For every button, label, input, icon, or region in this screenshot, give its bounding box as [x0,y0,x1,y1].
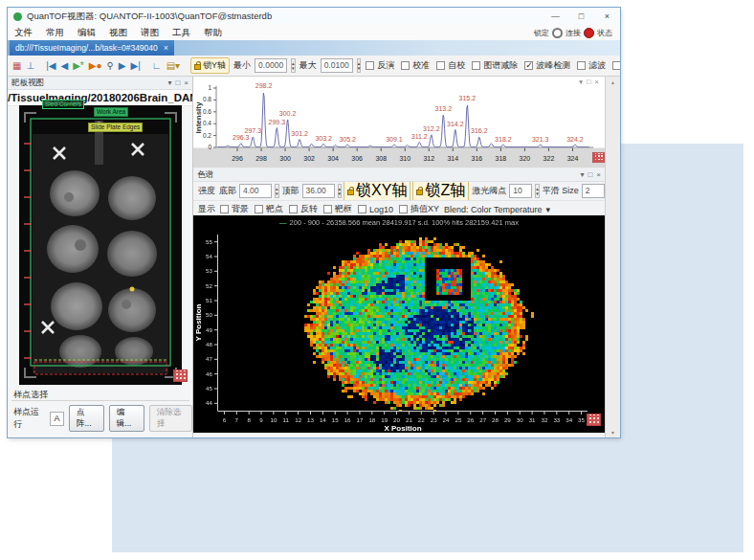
min-spinner[interactable]: ▴▾ [291,58,296,73]
cm1-field-8[interactable]: 10 [509,184,532,198]
checkbox-label: 靶框 [335,203,352,215]
panel-menu-button[interactable]: ▾ [167,78,171,87]
heatmap-corner-icon[interactable] [587,414,601,426]
panel-menu-button[interactable]: ▾ [579,78,583,86]
menu-item-2[interactable]: 编辑 [71,27,102,39]
toolbar-checkbox-5[interactable]: 滤波 [577,59,606,72]
nav-prev-icon[interactable]: ◀ [59,60,69,72]
cm1-field-4[interactable]: 36.00 [302,184,335,198]
spectrum-panel: ▾ □ × 10.80.60.40.20Intensity29629830030… [193,77,605,168]
panel-float-button[interactable]: □ [587,78,591,86]
lock-y-axis-toggle[interactable]: 锁Y轴 [190,57,230,74]
svg-text:23: 23 [431,416,437,423]
cm1-spinner-2[interactable]: ▴▾ [275,184,279,198]
panel-float-button[interactable]: □ [175,78,180,87]
cm1-field-10[interactable]: 2 [582,184,605,198]
svg-text:21: 21 [406,416,412,423]
scroll-up-icon[interactable]: ▴ [606,78,620,85]
minimize-button[interactable]: — [543,8,568,25]
tab-close-icon[interactable]: × [164,43,168,53]
cm1-spinner-8[interactable]: ▴▾ [535,184,540,198]
maximize-button[interactable]: □ [568,8,594,25]
sample-button-1[interactable]: 编辑... [109,405,144,432]
cm1-field-2[interactable]: 4.00 [239,184,272,198]
play-record-icon[interactable]: ▶● [88,60,103,72]
checkbox-icon [358,205,366,213]
spin-down-icon[interactable]: ▾ [536,191,539,196]
document-tab[interactable]: db:///TissueImaging/...b/task=0#349040 × [10,40,174,56]
toolbar-checkbox-3[interactable]: 图谱减除 [472,59,518,72]
toolbar-checkbox-2[interactable]: 自校 [436,59,465,72]
close-button[interactable]: × [594,8,620,25]
checkbox-icon [472,61,480,70]
play-icon[interactable]: ▶ [118,60,127,72]
menu-item-1[interactable]: 常用 [39,27,71,39]
cm1-spinner-4[interactable]: ▴▾ [338,184,343,198]
menu-item-3[interactable]: 视图 [102,27,134,39]
orientation-icon[interactable]: ⊥ [25,60,35,72]
toolbar-checkbox-1[interactable]: 校准 [401,59,430,72]
panel-menu-button[interactable]: ▾ [580,170,584,179]
cm2-checkbox-3[interactable]: 反转 [289,203,318,215]
target-plate-panel: 靶板视图 ▾ □ × /TissueImaging/20180206Brain_… [8,77,193,437]
menu-item-4[interactable]: 谱图 [134,27,166,39]
toolbar-checkbox-6[interactable]: 基线校正 [612,59,620,72]
spin-down-icon[interactable]: ▾ [358,66,361,71]
cm2-checkbox-1[interactable]: 背景 [220,203,249,215]
svg-text:303.2: 303.2 [315,135,332,142]
checkbox-icon [577,61,586,70]
play-skip-icon[interactable]: ▶* [72,60,85,72]
nav-first-icon[interactable]: |◀ [45,60,56,72]
spin-down-icon[interactable]: ▾ [276,191,278,196]
cm2-checkbox-2[interactable]: 靶点 [255,203,283,215]
panel-close-button[interactable]: × [596,170,601,179]
search-icon[interactable]: ⚲ [106,60,115,72]
panel-close-button[interactable]: × [595,78,599,86]
toolbar-checkbox-0[interactable]: 反演 [366,59,394,72]
panel-close-button[interactable]: × [184,78,188,87]
svg-text:309.1: 309.1 [386,136,403,143]
work-area-label: Work Area [94,107,128,117]
min-value-field[interactable]: 0.0000 [255,58,287,73]
max-value-field[interactable]: 0.0100 [321,58,353,73]
blend-dropdown-caret-icon[interactable]: ▾ [545,205,550,214]
checkbox-label: 校准 [412,59,430,72]
cm2-checkbox-4[interactable]: 靶框 [323,203,352,215]
menu-item-0[interactable]: 文件 [8,27,39,39]
sample-button-0[interactable]: 点阵... [69,405,104,432]
scrollbar[interactable]: ▴ ▾ [605,77,620,437]
spin-down-icon[interactable]: ▾ [292,66,295,71]
cm2-checkbox-5[interactable]: Log10 [358,205,393,214]
menu-item-6[interactable]: 帮助 [197,27,229,39]
target-panel-header: 靶板视图 ▾ □ × [8,77,192,90]
mass-spectrum[interactable]: 10.80.60.40.20Intensity29629830030230430… [193,77,605,168]
svg-text:297.3: 297.3 [245,127,262,134]
svg-text:321.3: 321.3 [532,136,549,143]
slide-image[interactable] [19,105,182,385]
desktop: QuanTOF视图器: QUANTOF-II-1003\QuanTOF@stma… [0,0,754,560]
cm1-lock-6[interactable]: 锁Z轴 [412,182,469,201]
svg-text:52: 52 [206,282,212,289]
spot-grid-mini-icon[interactable] [173,370,188,382]
toolbar-checkbox-4[interactable]: 波峰检测 [524,59,570,72]
checkbox-icon [289,205,298,213]
svg-text:6: 6 [223,416,227,423]
scroll-down-icon[interactable]: ▾ [606,429,620,436]
max-spinner[interactable]: ▴▾ [357,58,362,73]
menu-item-5[interactable]: 工具 [166,27,197,39]
heatmap-axes: 6789101112131415161718192021222324252627… [193,215,605,433]
svg-text:10: 10 [270,416,277,423]
nav-last-icon[interactable]: ▶| [130,60,142,72]
layout-menu-icon[interactable]: ▤▾ [166,60,181,72]
cm1-lock-5[interactable]: 锁XY轴 [344,182,410,201]
svg-text:47: 47 [206,355,212,362]
panel-float-button[interactable]: □ [588,170,592,179]
svg-text:318: 318 [496,155,507,162]
spectrum-corner-icon[interactable] [592,152,605,163]
spot-grid-icon[interactable]: ▦ [11,60,22,72]
cm2-checkbox-6[interactable]: 插值XY [399,203,439,215]
spin-down-icon[interactable]: ▾ [339,191,342,196]
checkbox-icon [399,205,408,213]
chart-axes-icon[interactable]: ∟ [151,60,163,72]
sample-run-value[interactable]: A [50,412,64,426]
